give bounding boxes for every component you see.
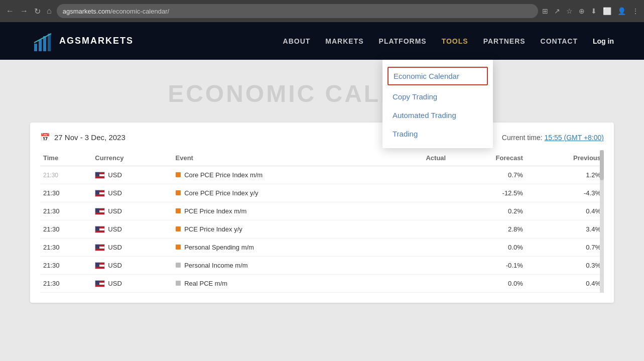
address-bar[interactable]: agsmarkets.com/economic-calendar/ <box>57 4 538 18</box>
dropdown-item-copy-trading[interactable]: Copy Trading <box>382 87 493 106</box>
impact-indicator <box>176 226 181 231</box>
cell-currency: USD <box>92 184 172 202</box>
cell-time: 21:30 <box>40 184 92 202</box>
date-range[interactable]: 📅 27 Nov - 3 Dec, 2023 <box>40 133 125 142</box>
cell-previous: -4.3% <box>526 184 604 202</box>
logo-icon <box>30 29 55 54</box>
calendar-icon: 📅 <box>40 133 50 142</box>
col-forecast: Forecast <box>449 150 526 166</box>
dropdown-item-trading[interactable]: Trading <box>382 125 493 143</box>
cell-currency: USD <box>92 202 172 220</box>
nav-login[interactable]: Log in <box>593 37 614 45</box>
logo-text: AGSMARKETS <box>59 36 134 46</box>
date-range-text: 27 Nov - 3 Dec, 2023 <box>54 133 125 142</box>
nav-partners[interactable]: PARTNERS <box>483 37 526 45</box>
cell-actual <box>389 166 449 184</box>
impact-indicator <box>176 208 181 213</box>
scrollbar[interactable] <box>600 150 604 293</box>
calendar-widget: 📅 27 Nov - 3 Dec, 2023 Current time: 15:… <box>30 123 614 303</box>
cell-previous: 1.2% <box>526 166 604 184</box>
back-button[interactable]: ← <box>4 6 16 17</box>
share-icon[interactable]: ↗ <box>553 6 561 16</box>
download-icon[interactable]: ⬇ <box>590 6 598 16</box>
cell-time: 21:30 <box>40 220 92 238</box>
cell-event: Personal Income m/m <box>173 257 389 275</box>
browser-chrome: ← → ↻ ⌂ agsmarkets.com/economic-calendar… <box>0 0 644 22</box>
cell-forecast: 0.0% <box>449 275 526 293</box>
dropdown-item-economic-calendar[interactable]: Economic Calendar <box>388 67 488 85</box>
nav-platforms[interactable]: PLATFORMS <box>379 37 427 45</box>
ec-title-overlay: ECONOMIC CALENDAR <box>30 70 614 123</box>
impact-indicator <box>176 263 181 268</box>
flag-icon <box>95 262 105 269</box>
economic-calendar-table: Time Currency Event Actual Forecast Prev… <box>40 150 604 293</box>
nav-about[interactable]: ABOUT <box>283 37 311 45</box>
extensions-icon[interactable]: ⊕ <box>578 6 586 16</box>
table-row: 21:30 USD PCE Price Index m/m 0.2% 0.4% <box>40 202 604 220</box>
cell-forecast: -12.5% <box>449 184 526 202</box>
cell-currency: USD <box>92 257 172 275</box>
svg-rect-2 <box>43 36 46 51</box>
nav-contact[interactable]: CONTACT <box>541 37 578 45</box>
cell-event: Core PCE Price Index m/m <box>173 166 389 184</box>
col-actual: Actual <box>389 150 449 166</box>
tab-icon[interactable]: ⬜ <box>602 6 612 16</box>
profile-icon[interactable]: 👤 <box>616 6 627 16</box>
cell-actual <box>389 238 449 257</box>
cell-actual <box>389 275 449 293</box>
cell-forecast: 0.2% <box>449 202 526 220</box>
impact-indicator <box>176 172 181 177</box>
cell-previous: 0.4% <box>526 202 604 220</box>
cell-previous: 3.4% <box>526 220 604 238</box>
cell-event: Core PCE Price Index y/y <box>173 184 389 202</box>
flag-icon <box>95 280 105 287</box>
scroll-thumb[interactable] <box>600 150 604 180</box>
cell-currency: USD <box>92 166 172 184</box>
menu-icon[interactable]: ⋮ <box>631 6 640 16</box>
cell-actual <box>389 257 449 275</box>
cell-actual <box>389 202 449 220</box>
nav-tools[interactable]: TOOLS <box>442 37 468 45</box>
cell-forecast: -0.1% <box>449 257 526 275</box>
nav-markets[interactable]: MARKETS <box>325 37 363 45</box>
cell-forecast: 0.7% <box>449 166 526 184</box>
home-button[interactable]: ⌂ <box>45 6 54 17</box>
flag-icon <box>95 208 105 215</box>
table-row: 21:30 USD Core PCE Price Index m/m 0.7% … <box>40 166 604 184</box>
flag-icon <box>95 190 105 197</box>
table-row: 21:30 USD Core PCE Price Index y/y -12.5… <box>40 184 604 202</box>
cell-time: 21:30 <box>40 202 92 220</box>
current-time: Current time: 15:55 (GMT +8:00) <box>502 134 604 142</box>
cell-actual <box>389 184 449 202</box>
cell-currency: USD <box>92 238 172 257</box>
col-event: Event <box>173 150 389 166</box>
cell-event: PCE Price Index y/y <box>173 220 389 238</box>
svg-rect-0 <box>34 44 37 51</box>
current-time-label: Current time: <box>502 134 543 142</box>
cell-forecast: 2.8% <box>449 220 526 238</box>
current-time-value: 15:55 (GMT +8:00) <box>545 134 604 142</box>
tools-dropdown: Economic Calendar Copy Trading Automated… <box>382 60 493 148</box>
impact-indicator <box>176 245 181 250</box>
cell-time: 21:30 <box>40 238 92 257</box>
table-row: 21:30 USD Personal Income m/m -0.1% 0.3% <box>40 257 604 275</box>
website: AGSMARKETS ABOUT MARKETS PLATFORMS TOOLS… <box>0 22 644 361</box>
cell-event: Real PCE m/m <box>173 275 389 293</box>
cell-previous: 0.3% <box>526 257 604 275</box>
cast-icon[interactable]: ⊞ <box>541 6 549 16</box>
cell-previous: 0.4% <box>526 275 604 293</box>
flag-icon <box>95 226 105 233</box>
logo-area[interactable]: AGSMARKETS <box>30 29 134 54</box>
calendar-header: 📅 27 Nov - 3 Dec, 2023 Current time: 15:… <box>40 133 604 142</box>
svg-rect-1 <box>39 40 42 51</box>
cell-time: 21:30 <box>40 257 92 275</box>
table-row: 21:30 USD PCE Price Index y/y 2.8% 3.4% <box>40 220 604 238</box>
bookmark-icon[interactable]: ☆ <box>565 6 574 16</box>
address-protocol: agsmarkets.com <box>63 8 110 15</box>
cell-time: 21:30 <box>40 275 92 293</box>
reload-button[interactable]: ↻ <box>32 6 43 17</box>
dropdown-item-automated-trading[interactable]: Automated Trading <box>382 106 493 125</box>
forward-button[interactable]: → <box>18 6 30 17</box>
main-nav: ABOUT MARKETS PLATFORMS TOOLS PARTNERS C… <box>283 37 614 45</box>
cell-previous: 0.7% <box>526 238 604 257</box>
